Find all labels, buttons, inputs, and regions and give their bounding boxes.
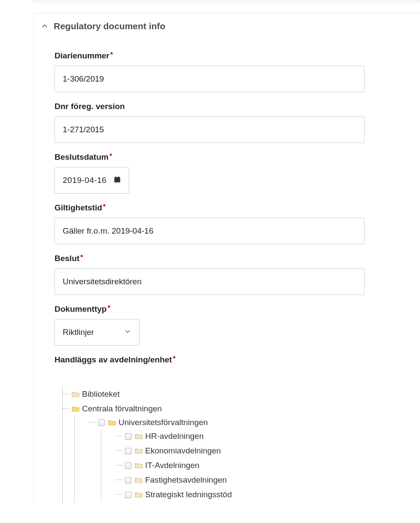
svg-rect-2 [116,176,116,178]
calendar-icon [113,176,121,185]
beslutsdatum-input[interactable]: 2019-04-16 [55,167,129,194]
checkbox[interactable] [125,462,131,469]
required-marker: * [80,254,83,261]
checkbox[interactable] [125,477,131,483]
svg-rect-3 [118,176,119,178]
field-dnr-prev: Dnr föreg. version [55,102,399,143]
label-text: Beslutsdatum [55,152,109,161]
checkbox[interactable] [125,492,131,498]
folder-icon [72,388,79,394]
tree-node[interactable]: HR-avdelningen [113,429,399,444]
field-beslutsdatum: Beslutsdatum* 2019-04-16 [55,152,399,194]
required-marker: * [110,51,113,58]
checkbox[interactable] [125,433,131,440]
folder-icon [72,403,79,409]
tree-node[interactable]: Ekonomiavdelningen [113,444,399,458]
folder-icon [135,474,143,480]
label-handlaggs: Handläggs av avdelning/enhet* [55,355,399,365]
tree-node-label: Strategiskt ledningsstöd [145,490,232,499]
tree-node[interactable]: Fastighetsavdelningen [113,473,399,487]
folder-icon [108,417,116,423]
required-marker: * [173,355,175,362]
beslut-input[interactable] [55,268,365,295]
tree-node[interactable]: Biblioteket [60,387,399,401]
label-dokumenttyp: Dokumenttyp* [55,304,399,314]
field-dokumenttyp: Dokumenttyp* Riktlinjer [55,304,399,346]
tree-node-label: Centrala förvaltningen [82,404,162,413]
dnr-prev-input[interactable] [55,116,365,143]
folder-icon [135,430,143,436]
tree-node-label: HR-avdelningen [145,432,204,441]
folder-icon [135,489,143,495]
label-text: Beslut [55,254,79,263]
date-value: 2019-04-16 [63,176,107,185]
label-text: Dnr föreg. version [55,102,125,111]
diarienummer-input[interactable] [55,66,365,92]
label-beslutsdatum: Beslutsdatum* [55,152,399,162]
tree-node[interactable]: UniversitetsförvaltningenHR-avdelningenE… [86,415,399,503]
panel-header[interactable]: Regulatory document info [34,21,420,40]
panel-title: Regulatory document info [54,21,165,31]
checkbox[interactable] [98,420,105,426]
field-handlaggs: Handläggs av avdelning/enhet* Biblioteke… [55,355,399,504]
tree-node[interactable]: IT-Avdelningen [113,458,399,473]
required-marker: * [107,304,110,312]
field-diarienummer: Diarienummer* [55,51,399,92]
tree-node[interactable]: Strategiskt ledningsstöd [113,487,399,502]
chevron-up-icon [41,22,49,30]
label-diarienummer: Diarienummer* [55,51,399,61]
label-text: Dokumenttyp [55,304,107,313]
field-beslut: Beslut* [55,254,399,295]
label-text: Giltighetstid [55,203,102,212]
checkbox[interactable] [125,448,131,454]
tree-node-label: Universitetsförvaltningen [119,418,208,427]
label-giltighetstid: Giltighetstid* [55,203,399,213]
giltighetstid-input[interactable] [55,218,365,244]
form-body: Diarienummer* Dnr föreg. version Besluts… [34,51,420,504]
label-text: Handläggs av avdelning/enhet [55,355,172,364]
tree-node-label: Ekonomiavdelningen [145,446,221,455]
regulatory-doc-panel: Regulatory document info Diarienummer* D… [33,13,420,504]
org-tree: BiblioteketCentrala förvaltningenUnivers… [60,387,399,504]
tree-node-label: IT-Avdelningen [145,461,199,470]
select-value: Riktlinjer [63,328,94,337]
tree-node-label: Fastighetsavdelningen [145,475,227,484]
dokumenttyp-select[interactable]: Riktlinjer [55,319,140,346]
required-marker: * [110,152,112,160]
required-marker: * [103,203,106,210]
label-dnr-prev: Dnr föreg. version [55,102,399,111]
tree-node[interactable]: Centrala förvaltningenUniversitetsförval… [60,401,399,504]
svg-rect-1 [114,177,120,179]
chevron-down-icon [124,328,131,338]
label-beslut: Beslut* [55,254,399,263]
previous-panel-bottom [33,0,420,3]
label-text: Diarienummer [55,51,110,60]
tree-node-label: Biblioteket [82,389,120,398]
folder-icon [135,459,143,465]
folder-icon [135,445,143,451]
field-giltighetstid: Giltighetstid* [55,203,399,244]
